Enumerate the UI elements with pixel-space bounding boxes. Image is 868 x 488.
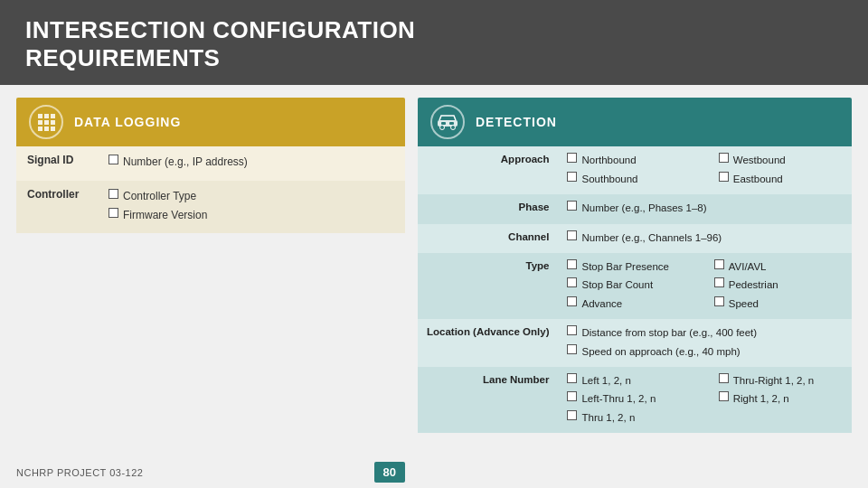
main-content: DATA LOGGING Signal ID Number (e.g., IP … [0, 85, 868, 488]
checkbox-icon [719, 373, 729, 383]
svg-rect-13 [449, 122, 454, 125]
detection-table: Approach Northbound Southbound Westbound… [418, 146, 852, 433]
checkbox-icon [567, 373, 577, 383]
channel-label: Channel [418, 224, 558, 253]
svg-point-10 [440, 126, 445, 130]
svg-rect-6 [38, 127, 42, 131]
channel-content: Number (e.g., Channels 1–96) [558, 224, 852, 253]
channel-row: Channel Number (e.g., Channels 1–96) [418, 224, 852, 253]
checkbox-icon [567, 344, 577, 354]
type-content: Stop Bar Presence Stop Bar Count Advance… [558, 253, 852, 319]
controller-content: Controller Type Firmware Version [98, 181, 405, 233]
data-logging-title: DATA LOGGING [74, 115, 181, 129]
svg-rect-2 [51, 114, 55, 118]
phase-row: Phase Number (e.g., Phases 1–8) [418, 194, 852, 223]
page-number-badge: 80 [374, 462, 405, 483]
checkbox-icon [108, 208, 118, 218]
detection-header: DETECTION [418, 98, 852, 146]
type-row: Type Stop Bar Presence Stop Bar Count Ad… [418, 253, 852, 319]
controller-label: Controller [16, 181, 98, 233]
data-logging-panel: DATA LOGGING Signal ID Number (e.g., IP … [16, 98, 405, 488]
data-logging-header: DATA LOGGING [16, 98, 405, 146]
location-label: Location (Advance Only) [418, 319, 558, 367]
checkbox-icon [108, 155, 118, 164]
svg-rect-5 [51, 120, 55, 125]
lane-number-content: Left 1, 2, n Left-Thru 1, 2, n Thru 1, 2… [558, 367, 852, 433]
svg-rect-12 [441, 122, 446, 125]
car-icon [430, 105, 465, 139]
nchrp-label: NCHRP PROJECT 03-122 [16, 467, 143, 478]
signal-id-content: Number (e.g., IP address) [98, 146, 405, 180]
approach-row: Approach Northbound Southbound Westbound… [418, 146, 852, 194]
checkbox-icon [567, 153, 577, 163]
checkbox-icon [719, 153, 729, 163]
location-content: Distance from stop bar (e.g., 400 feet) … [558, 319, 852, 367]
checkbox-icon [567, 296, 577, 306]
page-title: INTERSECTION CONFIGURATION REQUIREMENTS [25, 16, 843, 72]
checkbox-icon [567, 410, 577, 420]
signal-id-row: Signal ID Number (e.g., IP address) [16, 146, 405, 180]
checkbox-icon [567, 277, 577, 287]
checkbox-icon [719, 391, 729, 401]
footer: NCHRP PROJECT 03-122 80 [16, 456, 405, 488]
checkbox-icon [567, 172, 577, 182]
type-label: Type [418, 253, 558, 319]
checkbox-icon [567, 201, 577, 211]
svg-rect-4 [44, 120, 49, 125]
svg-rect-0 [38, 114, 42, 118]
detection-title: DETECTION [476, 115, 557, 129]
phase-label: Phase [418, 194, 558, 223]
page-header: INTERSECTION CONFIGURATION REQUIREMENTS [0, 0, 868, 85]
checkbox-icon [567, 259, 577, 269]
lane-number-row: Lane Number Left 1, 2, n Left-Thru 1, 2,… [418, 367, 852, 433]
checkbox-icon [567, 325, 577, 335]
data-logging-table: Signal ID Number (e.g., IP address) Cont… [16, 146, 405, 233]
svg-rect-8 [51, 127, 55, 131]
detection-panel: DETECTION Approach Northbound Southbound [418, 98, 852, 488]
checkbox-icon [714, 277, 724, 287]
checkbox-icon [108, 189, 118, 199]
phase-content: Number (e.g., Phases 1–8) [558, 194, 852, 223]
svg-rect-3 [38, 120, 42, 125]
checkbox-icon [714, 259, 724, 269]
controller-row: Controller Controller Type Firmware Vers… [16, 181, 405, 233]
checkbox-icon [567, 391, 577, 401]
grid-icon [29, 105, 63, 139]
lane-number-label: Lane Number [418, 367, 558, 433]
checkbox-icon [719, 172, 729, 182]
location-row: Location (Advance Only) Distance from st… [418, 319, 852, 367]
signal-id-label: Signal ID [16, 146, 98, 180]
svg-point-11 [451, 126, 456, 130]
svg-rect-1 [44, 114, 49, 118]
approach-content: Northbound Southbound Westbound Eastboun… [558, 146, 852, 194]
checkbox-icon [714, 296, 724, 306]
approach-label: Approach [418, 146, 558, 194]
checkbox-icon [567, 230, 577, 240]
svg-rect-7 [44, 127, 49, 131]
